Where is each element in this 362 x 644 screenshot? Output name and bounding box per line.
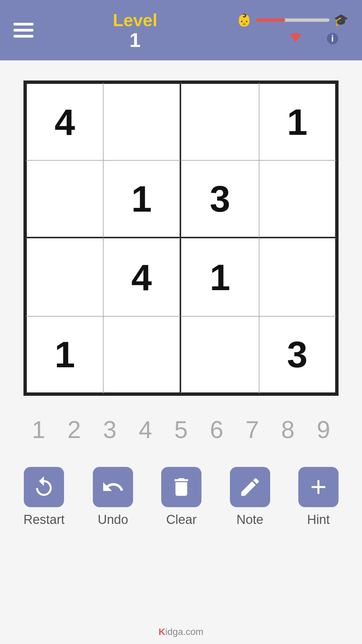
- cell-r1-c3[interactable]: [181, 82, 259, 160]
- cell-r4-c4: 3: [259, 316, 337, 394]
- undo-icon: [93, 467, 133, 507]
- cell-r3-c3: 1: [181, 238, 259, 316]
- level-label: Level: [113, 10, 158, 30]
- number-9-button[interactable]: 9: [308, 416, 339, 443]
- difficulty-bar: [256, 18, 329, 22]
- sudoku-grid: 41134113: [23, 80, 339, 396]
- clear-icon: [161, 467, 201, 507]
- baby-icon: 👶: [237, 13, 252, 27]
- info-icon[interactable]: i: [325, 32, 340, 46]
- number-6-button[interactable]: 6: [201, 416, 232, 443]
- sudoku-grid-container: 41134113: [23, 80, 339, 396]
- clear-label: Clear: [166, 513, 197, 527]
- cell-r4-c3[interactable]: [181, 316, 259, 394]
- difficulty-bar-fill: [256, 18, 285, 22]
- cell-r3-c1[interactable]: [25, 238, 103, 316]
- cell-r2-c4[interactable]: [259, 160, 337, 238]
- number-5-button[interactable]: 5: [166, 416, 196, 443]
- cell-r4-c2[interactable]: [103, 316, 181, 394]
- difficulty-indicator-icon: [288, 30, 303, 48]
- cell-r2-c3: 3: [181, 160, 259, 238]
- undo-button[interactable]: Undo: [93, 467, 133, 527]
- cell-r1-c1: 4: [25, 82, 103, 160]
- level-container: Level 1: [113, 10, 158, 50]
- number-7-button[interactable]: 7: [237, 416, 267, 443]
- note-icon: [230, 467, 270, 507]
- cell-r3-c2: 4: [103, 238, 181, 316]
- hint-button[interactable]: Hint: [298, 467, 339, 527]
- header: Level 1 👶 🎓 i: [0, 0, 362, 60]
- hint-label: Hint: [307, 513, 330, 527]
- cell-r3-c4[interactable]: [259, 238, 337, 316]
- hint-icon: [298, 467, 339, 507]
- number-1-button[interactable]: 1: [23, 416, 54, 443]
- note-label: Note: [236, 513, 263, 527]
- number-3-button[interactable]: 3: [95, 416, 125, 443]
- level-number: 1: [113, 30, 158, 50]
- number-8-button[interactable]: 8: [273, 416, 303, 443]
- difficulty-container: 👶 🎓 i: [237, 13, 349, 48]
- action-bar: RestartUndoClearNoteHint: [23, 467, 339, 527]
- cell-r1-c4: 1: [259, 82, 337, 160]
- note-button[interactable]: Note: [230, 467, 270, 527]
- cell-r1-c2[interactable]: [103, 82, 181, 160]
- graduation-icon: 🎓: [334, 13, 349, 27]
- number-2-button[interactable]: 2: [59, 416, 89, 443]
- clear-button[interactable]: Clear: [161, 467, 201, 527]
- number-4-button[interactable]: 4: [130, 416, 161, 443]
- footer: Kidga.com: [159, 627, 203, 637]
- cell-r2-c2: 1: [103, 160, 181, 238]
- undo-label: Undo: [98, 513, 128, 527]
- number-pad: 123456789: [23, 416, 339, 443]
- footer-logo: Kidga.com: [159, 627, 203, 637]
- cell-r2-c1[interactable]: [25, 160, 103, 238]
- difficulty-icons-row: i: [246, 30, 340, 48]
- restart-icon: [24, 467, 64, 507]
- difficulty-bar-row: 👶 🎓: [237, 13, 349, 27]
- cell-r4-c1: 1: [25, 316, 103, 394]
- menu-button[interactable]: [13, 23, 34, 38]
- restart-button[interactable]: Restart: [23, 467, 64, 527]
- restart-label: Restart: [23, 513, 64, 527]
